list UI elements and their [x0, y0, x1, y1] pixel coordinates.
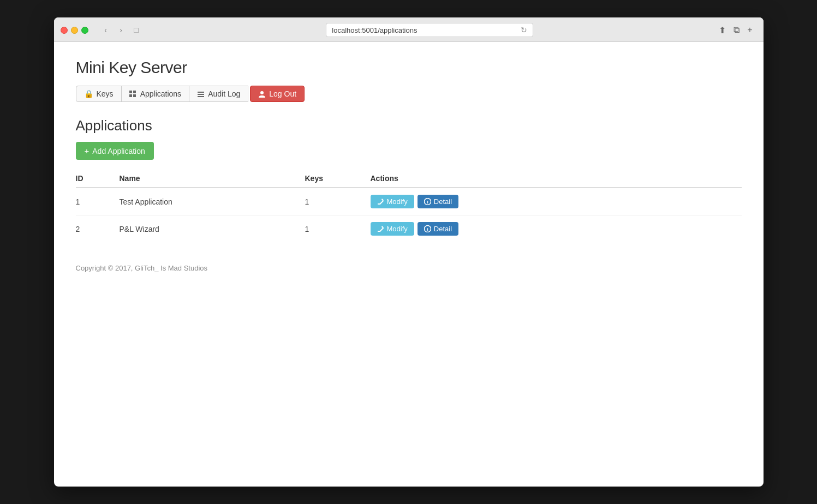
svg-rect-2 — [129, 94, 132, 97]
cell-keys-1: 1 — [305, 215, 371, 243]
footer: Copyright © 2017, GliTch_ Is Mad Studios — [76, 264, 742, 272]
svg-rect-10 — [378, 203, 380, 205]
address-bar[interactable]: localhost:5001/applications ↻ — [326, 23, 533, 37]
tab-keys[interactable]: 🔒 Keys — [76, 86, 122, 102]
page-content: Mini Key Server 🔒 Keys ​ Applications — [54, 42, 764, 478]
table-header: ID Name Keys Actions — [76, 170, 742, 188]
col-header-name: Name — [120, 170, 305, 188]
minimize-traffic-light[interactable] — [71, 27, 78, 34]
svg-rect-5 — [198, 94, 204, 95]
cell-keys-0: 1 — [305, 188, 371, 215]
table-row: 1 Test Application 1 Modify — [76, 188, 742, 215]
tab-audit-log[interactable]: Audit Log — [189, 86, 248, 102]
svg-text:i: i — [427, 227, 428, 232]
table-row: 2 P&L Wizard 1 Modify — [76, 215, 742, 243]
svg-rect-1 — [133, 91, 136, 93]
tab-audit-log-label: Audit Log — [208, 89, 240, 98]
add-tab-button[interactable]: + — [745, 24, 754, 37]
maximize-traffic-light[interactable] — [81, 27, 88, 34]
table-body: 1 Test Application 1 Modify — [76, 188, 742, 242]
cell-actions-1: Modify i Detail — [371, 215, 742, 243]
logout-button[interactable]: Log Out — [250, 86, 305, 102]
back-button[interactable]: ‹ — [99, 24, 112, 36]
add-application-button[interactable]: + Add Application — [76, 142, 154, 160]
window-button[interactable]: □ — [130, 24, 143, 36]
cell-id-1: 2 — [76, 215, 120, 243]
site-title: Mini Key Server — [76, 58, 742, 77]
detail-button-0[interactable]: i Detail — [418, 195, 458, 208]
svg-rect-0 — [129, 91, 132, 93]
svg-text:i: i — [427, 200, 428, 205]
col-header-actions: Actions — [371, 170, 742, 188]
svg-rect-3 — [133, 94, 136, 97]
address-bar-area: localhost:5001/applications ↻ — [148, 23, 712, 37]
browser-nav-buttons: ‹ › □ — [99, 24, 143, 36]
plus-icon: + — [85, 146, 90, 155]
reload-icon[interactable]: ↻ — [521, 26, 527, 34]
tab-applications-label: Applications — [140, 89, 182, 98]
cell-name-1: P&L Wizard — [120, 215, 305, 243]
logout-label: Log Out — [269, 89, 296, 98]
page-heading: Applications — [76, 117, 742, 134]
svg-rect-6 — [198, 96, 204, 97]
cell-name-0: Test Application — [120, 188, 305, 215]
tab-keys-label: Keys — [97, 89, 114, 98]
applications-table: ID Name Keys Actions 1 Test Application … — [76, 170, 742, 242]
modify-button-1[interactable]: Modify — [371, 222, 414, 236]
svg-rect-4 — [198, 92, 204, 93]
applications-icon: ​ — [129, 89, 137, 98]
close-traffic-light[interactable] — [61, 27, 68, 34]
svg-point-7 — [260, 91, 264, 94]
modify-button-0[interactable]: Modify — [371, 195, 414, 208]
forward-button[interactable]: › — [115, 24, 128, 36]
add-application-label: Add Application — [92, 147, 145, 155]
cell-id-0: 1 — [76, 188, 120, 215]
detail-button-1[interactable]: i Detail — [418, 222, 458, 236]
browser-toolbar-right: ⬆ ⧉ + — [717, 24, 754, 37]
col-header-keys: Keys — [305, 170, 371, 188]
nav-tabs: 🔒 Keys ​ Applications — [76, 86, 742, 102]
new-tab-button[interactable]: ⧉ — [731, 24, 742, 37]
copyright-text: Copyright © 2017, GliTch_ Is Mad Studios — [76, 264, 208, 272]
cell-actions-0: Modify i Detail — [371, 188, 742, 215]
tab-applications[interactable]: ​ Applications — [121, 86, 190, 102]
svg-rect-15 — [378, 231, 380, 232]
url-text: localhost:5001/applications — [332, 26, 417, 34]
key-icon: 🔒 — [84, 89, 93, 98]
share-button[interactable]: ⬆ — [717, 24, 728, 37]
audit-log-icon — [197, 89, 205, 98]
logout-icon — [258, 89, 266, 98]
browser-chrome: ‹ › □ localhost:5001/applications ↻ ⬆ ⧉ … — [54, 17, 764, 42]
traffic-lights — [61, 27, 88, 34]
browser-titlebar: ‹ › □ localhost:5001/applications ↻ ⬆ ⧉ … — [61, 23, 757, 37]
browser-window: ‹ › □ localhost:5001/applications ↻ ⬆ ⧉ … — [54, 17, 764, 487]
col-header-id: ID — [76, 170, 120, 188]
